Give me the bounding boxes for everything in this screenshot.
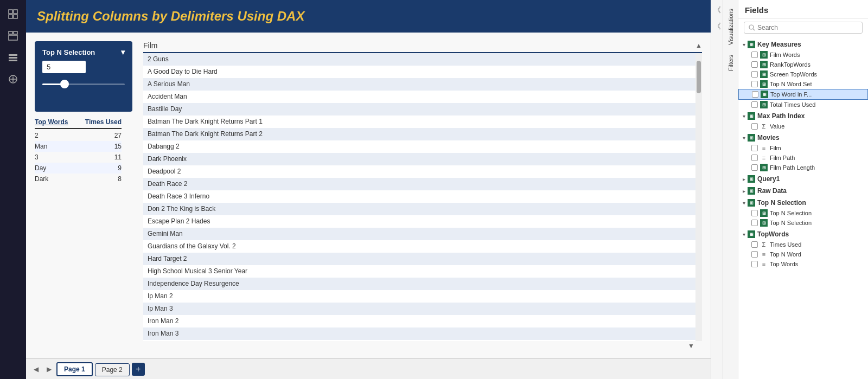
tree-item[interactable]: ⊞Top N Word Set bbox=[738, 79, 868, 89]
field-checkbox[interactable] bbox=[751, 251, 758, 258]
film-list-item[interactable]: A Good Day to Die Hard bbox=[143, 66, 695, 78]
table-header: Top Words Times Used bbox=[35, 118, 122, 129]
field-checkbox[interactable] bbox=[751, 145, 758, 151]
film-list-item[interactable]: Death Race 2 bbox=[143, 178, 695, 190]
tree-item[interactable]: ⊞Film Path Length bbox=[738, 163, 868, 172]
tree-group-header[interactable]: ▾⊞Key Measures bbox=[738, 39, 868, 50]
film-list-item[interactable]: Death Race 3 Inferno bbox=[143, 190, 695, 203]
chevron-down-icon: ▸ bbox=[743, 188, 745, 194]
tree-group-header[interactable]: ▾⊞Movies bbox=[738, 132, 868, 143]
tree-group-header[interactable]: ▸⊞Query1 bbox=[738, 174, 868, 184]
film-list-item[interactable]: Hard Target 2 bbox=[143, 253, 695, 265]
film-list-item[interactable]: Iron Man 2 bbox=[143, 315, 695, 327]
sidebar-icon-3[interactable] bbox=[3, 48, 23, 67]
field-checkbox[interactable] bbox=[751, 241, 758, 248]
tree-item[interactable]: ≡Top Words bbox=[738, 259, 868, 269]
film-list-item[interactable]: 2 Guns bbox=[143, 53, 695, 66]
film-list-item[interactable]: Gemini Man bbox=[143, 228, 695, 240]
tree-item[interactable]: ⊞RankTopWords bbox=[738, 60, 868, 69]
visualizations-tab[interactable]: Visualizations bbox=[726, 4, 735, 49]
tree-group-header[interactable]: ▾⊞TopWords bbox=[738, 229, 868, 240]
film-list-item[interactable]: Ip Man 2 bbox=[143, 290, 695, 303]
top-words-rows: 227Man15311Day9Dark8 bbox=[35, 130, 122, 184]
top-n-input[interactable] bbox=[42, 61, 86, 73]
field-checkbox[interactable] bbox=[751, 261, 758, 267]
field-checkbox[interactable] bbox=[751, 155, 758, 161]
tree-group-header[interactable]: ▾⊞Top N Selection bbox=[738, 197, 868, 208]
field-checkbox[interactable] bbox=[751, 164, 758, 171]
page2-tab[interactable]: Page 2 bbox=[95, 363, 130, 376]
page1-tab[interactable]: Page 1 bbox=[56, 362, 93, 376]
filters-tab[interactable]: Filters bbox=[726, 50, 735, 75]
collapse-panel-button-2[interactable]: 《 bbox=[711, 20, 723, 34]
add-page-button[interactable]: + bbox=[132, 363, 145, 376]
field-checkbox[interactable] bbox=[751, 210, 758, 216]
film-list-item[interactable]: Escape Plan 2 Hades bbox=[143, 215, 695, 228]
tree-item[interactable]: ⊞Total Times Used bbox=[738, 100, 868, 110]
tree-item-label: Film bbox=[770, 145, 864, 151]
tree-item-label: Top N Selection bbox=[770, 220, 864, 226]
tree-item[interactable]: ⊞Film Words bbox=[738, 50, 868, 60]
film-list-item[interactable]: Dabangg 2 bbox=[143, 140, 695, 153]
fields-search-box[interactable] bbox=[744, 22, 863, 34]
field-checkbox[interactable] bbox=[751, 71, 758, 78]
field-checkbox[interactable] bbox=[752, 91, 758, 98]
tree-item[interactable]: ⊞Top N Selection bbox=[738, 218, 868, 228]
top-n-dropdown-icon[interactable]: ▾ bbox=[121, 48, 125, 56]
tree-item[interactable]: ΣValue bbox=[738, 121, 868, 131]
scrollbar-thumb[interactable] bbox=[697, 61, 701, 93]
film-list-item[interactable]: Independence Day Resurgence bbox=[143, 278, 695, 290]
field-icon: ≡ bbox=[760, 144, 768, 152]
tree-group-header[interactable]: ▾⊞Max Path Index bbox=[738, 111, 868, 121]
field-checkbox[interactable] bbox=[751, 123, 758, 130]
tree-group-label: TopWords bbox=[757, 230, 789, 238]
tree-item[interactable]: ≡Film bbox=[738, 143, 868, 153]
sidebar-icon-2[interactable] bbox=[3, 26, 23, 46]
film-list-item[interactable]: Guardians of the Galaxy Vol. 2 bbox=[143, 240, 695, 253]
field-checkbox[interactable] bbox=[751, 81, 758, 87]
film-list-item[interactable]: High School Musical 3 Senior Year bbox=[143, 265, 695, 278]
slider-thumb[interactable] bbox=[60, 80, 69, 88]
left-sidebar bbox=[0, 0, 26, 379]
film-scroll-up-icon[interactable]: ▲ bbox=[695, 42, 702, 49]
film-scroll-down-icon[interactable]: ▼ bbox=[688, 342, 694, 350]
fields-search-input[interactable] bbox=[755, 24, 858, 31]
film-list-item[interactable]: Iron Man 3 bbox=[143, 327, 695, 340]
sidebar-icon-4[interactable] bbox=[3, 69, 23, 89]
chevron-down-icon: ▸ bbox=[743, 176, 745, 182]
film-list-item[interactable]: Ip Man 3 bbox=[143, 303, 695, 315]
film-list-item[interactable]: Batman The Dark Knight Returns Part 2 bbox=[143, 128, 695, 140]
tree-group-label: Raw Data bbox=[757, 187, 787, 195]
tree-item[interactable]: ⊞Top Word in F... bbox=[738, 89, 868, 100]
svg-rect-4 bbox=[9, 31, 12, 34]
sidebar-icon-1[interactable] bbox=[3, 4, 23, 24]
tree-item[interactable]: ΣTimes Used bbox=[738, 240, 868, 249]
tree-group-header[interactable]: ▸⊞Raw Data bbox=[738, 185, 868, 196]
film-list-title: Film bbox=[143, 41, 157, 50]
svg-rect-2 bbox=[9, 15, 12, 18]
film-list-item[interactable]: Accident Man bbox=[143, 91, 695, 103]
field-checkbox[interactable] bbox=[751, 52, 758, 58]
nav-next-arrow[interactable]: ▶ bbox=[43, 364, 54, 375]
tree-item[interactable]: ⊞Screen TopWords bbox=[738, 69, 868, 79]
field-checkbox[interactable] bbox=[751, 61, 758, 68]
svg-rect-1 bbox=[14, 10, 17, 14]
svg-rect-5 bbox=[14, 31, 17, 34]
top-words-row: Day9 bbox=[35, 163, 122, 174]
field-checkbox[interactable] bbox=[751, 101, 758, 108]
nav-prev-arrow[interactable]: ◀ bbox=[30, 364, 41, 375]
film-list-item[interactable]: Don 2 The King is Back bbox=[143, 203, 695, 215]
film-list-item[interactable]: Bastille Day bbox=[143, 103, 695, 115]
tree-group: ▾⊞Key Measures⊞Film Words⊞RankTopWords⊞S… bbox=[738, 39, 868, 110]
film-list-item[interactable]: A Serious Man bbox=[143, 78, 695, 91]
tree-item[interactable]: ⊞Top N Selection bbox=[738, 208, 868, 218]
tree-group: ▸⊞Raw Data bbox=[738, 185, 868, 196]
tree-item[interactable]: ≡Film Path bbox=[738, 153, 868, 163]
film-list-item[interactable]: Deadpool 2 bbox=[143, 165, 695, 178]
film-list-item[interactable]: Dark Phoenix bbox=[143, 153, 695, 165]
collapse-panel-button[interactable]: 《 bbox=[711, 3, 723, 17]
right-side: 《 《 Visualizations Filters Fields ▾⊞Key … bbox=[711, 0, 868, 379]
tree-item[interactable]: ≡Top N Word bbox=[738, 249, 868, 259]
film-list-item[interactable]: Batman The Dark Knight Returns Part 1 bbox=[143, 115, 695, 128]
field-checkbox[interactable] bbox=[751, 220, 758, 226]
